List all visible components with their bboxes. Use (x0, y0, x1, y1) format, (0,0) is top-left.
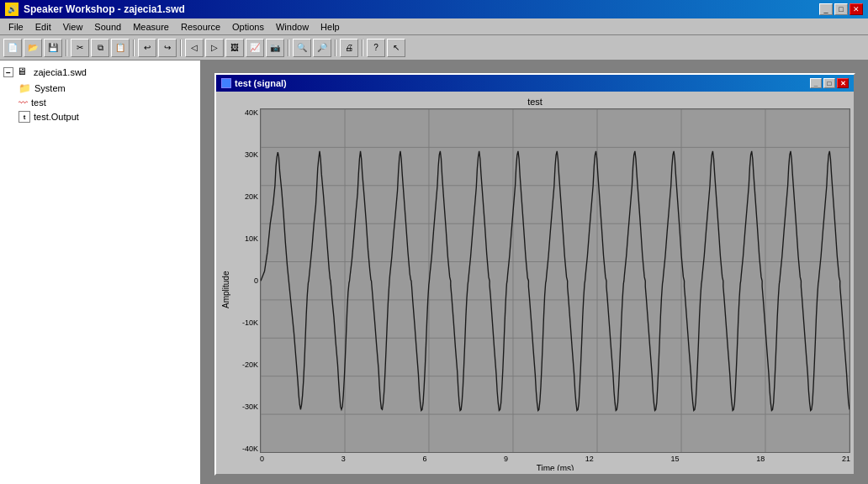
toolbar-paste-btn[interactable]: 📋 (111, 39, 130, 57)
toolbar-graph-btn[interactable]: 📈 (246, 39, 264, 57)
y-tick-neg10k: -10K (242, 318, 258, 327)
x-tick-0: 0 (260, 455, 264, 463)
x-tick-9: 9 (504, 455, 508, 463)
y-tick-20k: 20K (245, 192, 258, 201)
y-axis-label: Amplitude (220, 108, 231, 471)
maximize-button[interactable]: □ (834, 3, 848, 15)
toolbar-zoomin-btn[interactable]: 🔍 (293, 39, 311, 57)
y-tick-10k: 10K (245, 234, 258, 243)
toolbar-save-btn[interactable]: 💾 (44, 39, 62, 57)
y-tick-30k: 30K (245, 150, 258, 159)
y-tick-neg30k: -30K (242, 402, 258, 411)
y-tick-0: 0 (254, 276, 258, 285)
x-tick-3: 3 (341, 455, 346, 463)
menu-options[interactable]: Options (227, 20, 269, 34)
toolbar-fwd-btn[interactable]: ▷ (205, 39, 224, 57)
signal-window: test (signal) _ □ ✕ test Amplitude (214, 73, 855, 476)
tree-root: − 🖥 zajecia1.swd (3, 64, 197, 81)
right-panel: test (signal) _ □ ✕ test Amplitude (202, 60, 868, 484)
tree-item-test-output[interactable]: t test.Output (19, 109, 197, 124)
tree-collapse-btn[interactable]: − (3, 67, 13, 77)
menu-sound[interactable]: Sound (89, 20, 126, 34)
x-tick-21: 21 (842, 455, 850, 463)
toolbar-sep-6 (362, 39, 363, 56)
toolbar-cam-btn[interactable]: 📷 (266, 39, 284, 57)
tree-item-system[interactable]: 📁 System (19, 81, 197, 96)
x-tick-6: 6 (422, 455, 426, 463)
minimize-button[interactable]: _ (819, 3, 833, 15)
toolbar-copy-btn[interactable]: ⧉ (91, 39, 109, 57)
toolbar-sep-4 (288, 39, 289, 56)
y-tick-neg40k: -40K (242, 445, 258, 453)
tree-item-test[interactable]: 〰 test (19, 96, 197, 109)
toolbar: 📄 📂 💾 ✂ ⧉ 📋 ↩ ↪ ◁ ▷ 🖼 📈 📷 🔍 🔎 🖨 ? ↖ (0, 35, 868, 60)
x-tick-12: 12 (585, 455, 594, 463)
signal-window-title: test (signal) (235, 78, 287, 88)
left-panel: − 🖥 zajecia1.swd 📁 System 〰 test t test.… (0, 60, 202, 484)
tree-children: 📁 System 〰 test t test.Output (19, 81, 197, 124)
chart-title: test (220, 95, 850, 108)
toolbar-undo-btn[interactable]: ↩ (138, 39, 156, 57)
app-icon: 🔊 (5, 3, 19, 16)
toolbar-back-btn[interactable]: ◁ (185, 39, 204, 57)
menu-window[interactable]: Window (271, 20, 314, 34)
toolbar-open-btn[interactable]: 📂 (24, 39, 42, 57)
signal-close-btn[interactable]: ✕ (837, 78, 849, 88)
toolbar-sep-2 (133, 39, 135, 56)
signal-minimize-btn[interactable]: _ (810, 78, 822, 88)
title-bar-buttons: _ □ ✕ (819, 3, 863, 15)
toolbar-print-btn[interactable]: 🖨 (340, 39, 358, 57)
toolbar-sep-1 (66, 39, 67, 56)
signal-icon: 〰 (19, 97, 28, 108)
toolbar-redo-btn[interactable]: ↪ (158, 39, 177, 57)
tree-label-system: System (34, 83, 66, 93)
output-icon: t (19, 111, 30, 123)
menu-resource[interactable]: Resource (176, 20, 225, 34)
menu-edit[interactable]: Edit (30, 20, 56, 34)
signal-polyline (261, 151, 849, 411)
toolbar-cursor-btn[interactable]: ↖ (387, 39, 405, 57)
toolbar-zoomout-btn[interactable]: 🔎 (313, 39, 331, 57)
menu-measure[interactable]: Measure (128, 20, 174, 34)
signal-title-bar: test (signal) _ □ ✕ (216, 75, 854, 92)
close-button[interactable]: ✕ (849, 3, 863, 15)
folder-icon: 📁 (19, 82, 31, 94)
menu-help[interactable]: Help (315, 20, 345, 34)
signal-maximize-btn[interactable]: □ (823, 78, 835, 88)
toolbar-cut-btn[interactable]: ✂ (71, 39, 89, 57)
toolbar-help-btn[interactable]: ? (367, 39, 385, 57)
tree-label-output: test.Output (34, 112, 79, 122)
x-tick-15: 15 (671, 455, 680, 463)
toolbar-new-btn[interactable]: 📄 (3, 39, 22, 57)
y-tick-neg20k: -20K (242, 360, 258, 369)
toolbar-sep-3 (180, 39, 182, 56)
title-bar: 🔊 Speaker Workshop - zajecia1.swd _ □ ✕ (0, 0, 868, 18)
x-axis-label: Time (ms) (537, 464, 574, 471)
toolbar-img-btn[interactable]: 🖼 (225, 39, 244, 57)
signal-title-left: test (signal) (221, 78, 287, 88)
pc-icon: 🖥 (17, 66, 30, 79)
menu-view[interactable]: View (58, 20, 88, 34)
menu-file[interactable]: File (3, 20, 29, 34)
tree-label-test: test (31, 97, 46, 108)
y-tick-40k: 40K (245, 108, 258, 117)
toolbar-sep-5 (335, 39, 336, 56)
chart-svg (261, 109, 849, 452)
title-bar-left: 🔊 Speaker Workshop - zajecia1.swd (5, 3, 185, 16)
signal-window-icon (221, 78, 231, 88)
menu-bar: File Edit View Sound Measure Resource Op… (0, 18, 868, 35)
signal-title-buttons: _ □ ✕ (810, 78, 849, 88)
main-content: − 🖥 zajecia1.swd 📁 System 〰 test t test.… (0, 60, 868, 484)
x-tick-18: 18 (756, 455, 765, 463)
app-title: Speaker Workshop - zajecia1.swd (24, 3, 185, 15)
tree-root-label: zajecia1.swd (34, 67, 87, 77)
chart-plot-area (260, 108, 850, 453)
